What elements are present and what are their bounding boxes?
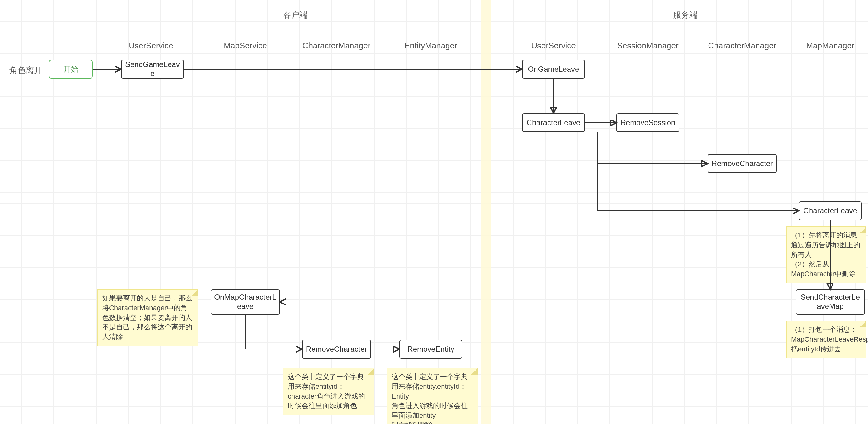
node-sendcharacterleavemap: SendCharacterLeaveMap — [796, 290, 865, 314]
node-sendgameleave: SendGameLeave — [121, 60, 184, 79]
note-text: （1）先将离开的消息通过遍历告诉地图上的所有人 （2）然后从MapCharact… — [791, 231, 860, 278]
note-text: （1）打包一个消息：MapCharacterLeaveResponse，把ent… — [791, 326, 868, 353]
node-removeentity: RemoveEntity — [399, 340, 462, 359]
node-removesession: RemoveSession — [616, 113, 679, 132]
col-client-userservice: UserService — [129, 41, 173, 51]
node-characterleave-2: CharacterLeave — [799, 201, 862, 220]
note-text: 这个类中定义了一个字典用来存储entity.entityId：Entity 角色… — [392, 373, 468, 424]
row-label: 角色离开 — [9, 65, 42, 76]
section-client-label: 客户端 — [283, 9, 308, 21]
note-text: 如果要离开的人是自己，那么将CharacterManager中的角色数据清空；如… — [102, 294, 192, 341]
col-client-charactermanager: CharacterManager — [303, 41, 371, 51]
col-server-sessionmanager: SessionManager — [617, 41, 678, 51]
note-removeentity-detail: 这个类中定义了一个字典用来存储entity.entityId：Entity 角色… — [387, 368, 478, 424]
col-client-mapservice: MapService — [224, 41, 267, 51]
col-server-charactermanager: CharacterManager — [708, 41, 776, 51]
node-removecharacter-server: RemoveCharacter — [708, 154, 777, 173]
start-node: 开始 — [49, 60, 93, 79]
note-onmapcharacterleave-detail: 如果要离开的人是自己，那么将CharacterManager中的角色数据清空；如… — [97, 290, 198, 346]
node-ongameleave: OnGameLeave — [522, 60, 585, 79]
node-onmapcharacterleave: OnMapCharacterLeave — [211, 290, 280, 314]
note-text: 这个类中定义了一个字典用来存储entityid：character角色进入游戏的… — [288, 373, 365, 410]
note-sendcharacterleavemap-detail: （1）打包一个消息：MapCharacterLeaveResponse，把ent… — [786, 321, 866, 358]
note-characterleave-detail: （1）先将离开的消息通过遍历告诉地图上的所有人 （2）然后从MapCharact… — [786, 226, 866, 283]
section-server-label: 服务端 — [673, 9, 698, 21]
note-removecharacter-detail: 这个类中定义了一个字典用来存储entityid：character角色进入游戏的… — [283, 368, 374, 415]
client-server-divider — [481, 0, 491, 424]
node-characterleave-1: CharacterLeave — [522, 113, 585, 132]
node-removecharacter-client: RemoveCharacter — [302, 340, 371, 359]
col-server-mapmanager: MapManager — [806, 41, 854, 51]
col-client-entitymanager: EntityManager — [404, 41, 457, 51]
col-server-userservice: UserService — [531, 41, 576, 51]
